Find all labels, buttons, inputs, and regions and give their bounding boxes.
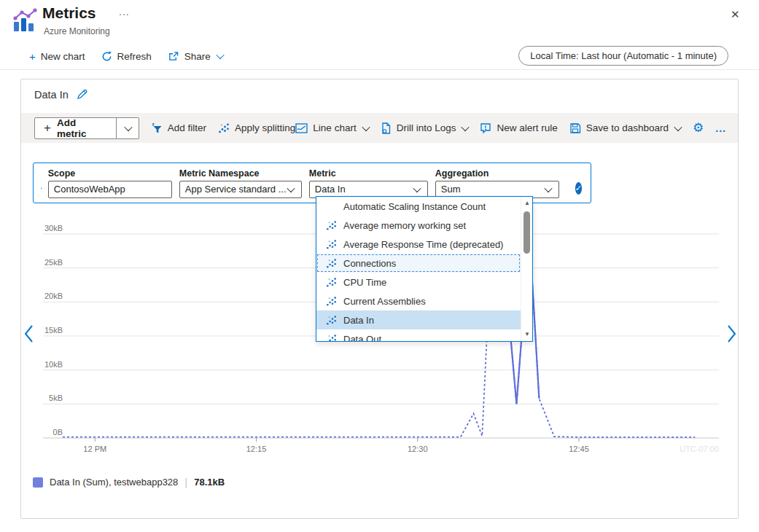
chevron-down-icon: [216, 51, 224, 59]
chart-card: Data In + Add metric: [20, 79, 739, 519]
svg-text:15kB: 15kB: [44, 326, 63, 335]
svg-text:12:30: 12:30: [408, 445, 428, 453]
alert-rule-icon: [480, 122, 491, 134]
dropdown-item[interactable]: CPU Time: [316, 273, 521, 292]
namespace-select[interactable]: App Service standard ...: [179, 181, 302, 198]
scroll-charts-left-icon[interactable]: [24, 324, 34, 343]
chart-settings-button[interactable]: ⚙: [693, 120, 704, 136]
legend-series-label: Data In (Sum), testwebapp328: [50, 477, 178, 488]
add-metric-split-button[interactable]: + Add metric: [34, 117, 139, 139]
share-button[interactable]: Share: [168, 51, 223, 62]
drill-logs-icon: [381, 122, 392, 134]
apply-splitting-label: Apply splitting: [235, 122, 295, 133]
close-icon[interactable]: ✕: [726, 7, 744, 23]
dropdown-item[interactable]: Data In: [316, 310, 521, 329]
splitting-icon: [218, 122, 230, 134]
scrollbar-thumb[interactable]: [523, 211, 530, 254]
dropdown-item-label: CPU Time: [343, 277, 386, 288]
save-to-dashboard-label: Save to dashboard: [586, 122, 669, 133]
namespace-field: Metric Namespace App Service standard ..…: [179, 168, 302, 198]
refresh-icon: [101, 51, 112, 62]
scope-field: Scope: [48, 168, 172, 198]
dropdown-item[interactable]: Average Response Time (deprecated): [316, 235, 521, 254]
chevron-down-icon: [362, 122, 370, 130]
save-to-dashboard-button[interactable]: Save to dashboard: [569, 122, 681, 134]
legend-swatch: [33, 477, 43, 488]
metric-icon: [326, 315, 337, 326]
legend-series-value: 78.1kB: [194, 477, 225, 488]
refresh-button[interactable]: Refresh: [101, 51, 152, 62]
save-icon: [569, 122, 581, 134]
svg-text:12 PM: 12 PM: [83, 445, 106, 453]
metric-icon: [326, 220, 337, 231]
svg-text:5kB: 5kB: [49, 394, 63, 402]
svg-text:0B: 0B: [53, 428, 63, 437]
dropdown-item-label: Connections: [343, 258, 396, 269]
chart-more-button[interactable]: ...: [715, 122, 726, 134]
drill-into-logs-label: Drill into Logs: [397, 122, 456, 133]
metric-value: Data In: [315, 184, 346, 195]
edit-title-icon[interactable]: [76, 88, 88, 101]
scope-input[interactable]: [48, 181, 172, 198]
drill-into-logs-button[interactable]: Drill into Logs: [381, 122, 469, 134]
new-chart-label: New chart: [41, 51, 85, 62]
context-menu-button[interactable]: ...: [119, 6, 130, 17]
metric-dropdown: Automatic Scaling Instance CountAverage …: [316, 196, 533, 342]
scroll-charts-right-icon[interactable]: [727, 324, 736, 343]
dropdown-item-label: Automatic Scaling Instance Count: [343, 201, 486, 212]
chevron-down-icon: [287, 184, 295, 192]
gear-icon: ⚙: [693, 120, 704, 136]
svg-text:10kB: 10kB: [44, 360, 63, 369]
aggregation-select[interactable]: Sum: [435, 181, 559, 198]
aggregation-field: Aggregation Sum: [435, 168, 559, 198]
metrics-blade: Metrics ... Azure Monitoring ✕ + New cha…: [0, 0, 759, 532]
metric-select[interactable]: Data In: [309, 181, 428, 198]
share-icon: [168, 51, 179, 62]
dropdown-item[interactable]: Current Assemblies: [316, 292, 521, 310]
chart-type-label: Line chart: [313, 122, 356, 133]
chart-legend[interactable]: Data In (Sum), testwebapp328 | 78.1kB: [33, 476, 225, 488]
add-metric-button[interactable]: + Add metric: [35, 118, 116, 138]
add-metric-label: Add metric: [57, 117, 107, 139]
plus-icon: +: [29, 51, 36, 62]
dropdown-item[interactable]: Connections: [316, 254, 521, 273]
apply-splitting-button[interactable]: Apply splitting: [218, 122, 295, 134]
chevron-down-icon: [674, 122, 682, 130]
chart-type-button[interactable]: Line chart: [295, 122, 368, 134]
aggregation-label: Aggregation: [435, 168, 559, 179]
scroll-up-icon[interactable]: ▲: [521, 198, 533, 208]
add-metric-chevron-button[interactable]: [116, 118, 139, 138]
header-divider: [0, 69, 759, 70]
legend-divider: |: [184, 476, 187, 488]
page-title: Metrics: [42, 4, 96, 22]
ellipsis-icon: ...: [715, 122, 726, 134]
scope-label: Scope: [48, 168, 172, 179]
chevron-down-icon: [462, 122, 470, 130]
new-chart-button[interactable]: + New chart: [29, 51, 85, 62]
dropdown-scrollbar[interactable]: ▲ ▼: [521, 197, 532, 341]
chevron-down-icon: [413, 184, 421, 192]
svg-text:20kB: 20kB: [44, 292, 63, 300]
svg-text:UTC-07:00: UTC-07:00: [680, 445, 719, 453]
add-filter-button[interactable]: Add filter: [151, 122, 206, 134]
icon-spacer: [326, 201, 337, 212]
svg-text:25kB: 25kB: [44, 258, 63, 267]
time-range-picker[interactable]: Local Time: Last hour (Automatic - 1 min…: [518, 46, 728, 66]
metrics-logo-icon: [10, 6, 39, 35]
metric-icon: [326, 258, 337, 269]
svg-text:30kB: 30kB: [44, 224, 63, 232]
dropdown-item[interactable]: Automatic Scaling Instance Count: [316, 197, 521, 216]
plus-icon: +: [44, 121, 51, 136]
refresh-label: Refresh: [117, 51, 152, 62]
add-filter-label: Add filter: [168, 122, 206, 133]
metric-icon: [326, 277, 337, 288]
new-alert-rule-button[interactable]: New alert rule: [480, 122, 557, 134]
dropdown-item[interactable]: Data Out: [316, 329, 521, 342]
namespace-value: App Service standard ...: [185, 184, 287, 195]
dropdown-item-label: Average Response Time (deprecated): [343, 239, 503, 250]
share-label: Share: [184, 51, 211, 62]
filter-icon: [151, 122, 163, 134]
dropdown-item[interactable]: Average memory working set: [316, 216, 521, 235]
scroll-down-icon[interactable]: ▼: [521, 329, 533, 340]
line-chart-icon: [295, 122, 308, 134]
